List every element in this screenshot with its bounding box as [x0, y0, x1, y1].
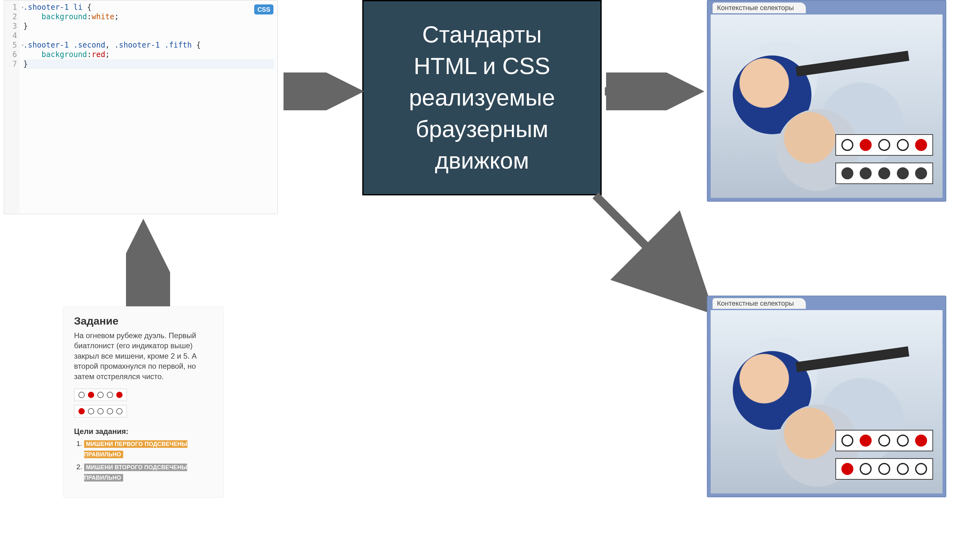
target-dot [915, 463, 927, 475]
preview-viewport [711, 14, 942, 198]
target-dot [878, 139, 890, 151]
target-dot [897, 463, 909, 475]
target-dot [842, 139, 853, 151]
arrow-standards-to-bottom-preview [589, 189, 721, 322]
editor-gutter: 1 2 3 4 5 6 7 [5, 1, 19, 214]
target-dot [915, 139, 927, 151]
target-dot [842, 167, 853, 179]
code-token: : [87, 12, 91, 21]
editor-code[interactable]: .shooter-1 li { background:white; } .sho… [23, 3, 274, 69]
line-number: 3 [5, 21, 19, 31]
target-dot [88, 408, 94, 414]
code-token [23, 50, 41, 59]
target-dot [897, 139, 909, 151]
code-token: { [192, 41, 201, 49]
line-number: 7 [5, 59, 19, 69]
code-token: } [23, 22, 28, 30]
target-dot [860, 463, 872, 475]
browser-preview-top: Контекстные селекторы [707, 0, 946, 202]
goal-chip: МИШЕНИ ПЕРВОГО ПОДСВЕЧЕНЫ ПРАВИЛЬНО [84, 440, 188, 458]
arrow-standards-to-top-preview [605, 72, 706, 110]
standards-text: СтандартыHTML и CSSреализуемыебраузерным… [409, 19, 555, 176]
svg-line-3 [595, 195, 709, 309]
browser-tab[interactable]: Контекстные селекторы [713, 298, 806, 309]
target-dot [915, 435, 927, 446]
css-editor[interactable]: CSS 1 2 3 4 5 6 7 .shooter-1 li { backgr… [4, 0, 278, 214]
target-dot [878, 167, 890, 179]
task-title: Задание [74, 316, 213, 326]
code-token [23, 12, 41, 21]
target-dot [860, 139, 872, 151]
code-token: ; [105, 50, 110, 59]
target-dot [97, 408, 103, 414]
code-token: } [23, 60, 28, 69]
target-dot [116, 392, 123, 398]
task-goal-1: МИШЕНИ ПЕРВОГО ПОДСВЕЧЕНЫ ПРАВИЛЬНО [84, 438, 213, 459]
task-card: Задание На огневом рубеже дуэль. Первый … [63, 306, 224, 498]
goal-chip: МИШЕНИ ВТОРОГО ПОДСВЕЧЕНЫ ПРАВИЛЬНО [84, 464, 187, 481]
line-number: 2 [5, 12, 19, 21]
code-token: white [92, 12, 115, 21]
arrow-editor-to-standards [283, 72, 366, 110]
target-dot [107, 392, 113, 398]
target-dot [78, 392, 85, 398]
target-dot [860, 167, 872, 179]
target-dot [97, 392, 103, 398]
line-number: 1 [5, 3, 19, 12]
code-token: { [83, 3, 92, 12]
preview-viewport [711, 310, 942, 494]
task-target-row-1 [74, 389, 127, 401]
code-token: li [73, 3, 83, 12]
browser-tab[interactable]: Контекстные селекторы [713, 3, 806, 13]
code-token: .shooter-1 [23, 3, 73, 12]
target-dot [116, 408, 123, 414]
code-token: background [41, 12, 87, 21]
target-dot [842, 463, 853, 475]
line-number: 4 [5, 31, 19, 40]
target-dot [860, 435, 872, 446]
line-number: 5 [5, 40, 19, 50]
target-dot [842, 435, 853, 446]
target-dot [88, 392, 94, 398]
code-token: .shooter-1 .second [23, 41, 105, 49]
standards-box: СтандартыHTML и CSSреализуемыебраузерным… [362, 0, 602, 195]
target-dot [78, 408, 85, 414]
target-dot [878, 435, 890, 446]
task-goal-2: МИШЕНИ ВТОРОГО ПОДСВЕЧЕНЫ ПРАВИЛЬНО [84, 462, 213, 483]
browser-preview-bottom: Контекстные селекторы [707, 296, 946, 497]
task-target-row-2 [74, 405, 127, 417]
task-goals-title: Цели задания: [74, 428, 213, 435]
target-panel-shooter-2 [835, 163, 933, 184]
code-token: background [41, 50, 87, 59]
target-panel-shooter-2 [835, 458, 933, 480]
task-goals-list: МИШЕНИ ПЕРВОГО ПОДСВЕЧЕНЫ ПРАВИЛЬНО МИШЕ… [74, 438, 213, 483]
task-body: На огневом рубеже дуэль. Первый биатлони… [74, 331, 213, 382]
target-dot [897, 167, 909, 179]
code-token: ; [115, 12, 119, 21]
code-token: red [92, 50, 105, 59]
code-token: , [105, 41, 115, 49]
line-number: 6 [5, 50, 19, 59]
target-dot [107, 408, 113, 414]
target-panel-shooter-1 [835, 430, 933, 451]
target-dot [897, 435, 909, 446]
target-panel-shooter-1 [835, 134, 933, 156]
target-dot [915, 167, 927, 179]
arrow-task-to-editor [126, 217, 170, 309]
code-token: : [87, 50, 91, 59]
target-dot [878, 463, 890, 475]
code-token: .shooter-1 .fifth [115, 41, 192, 49]
